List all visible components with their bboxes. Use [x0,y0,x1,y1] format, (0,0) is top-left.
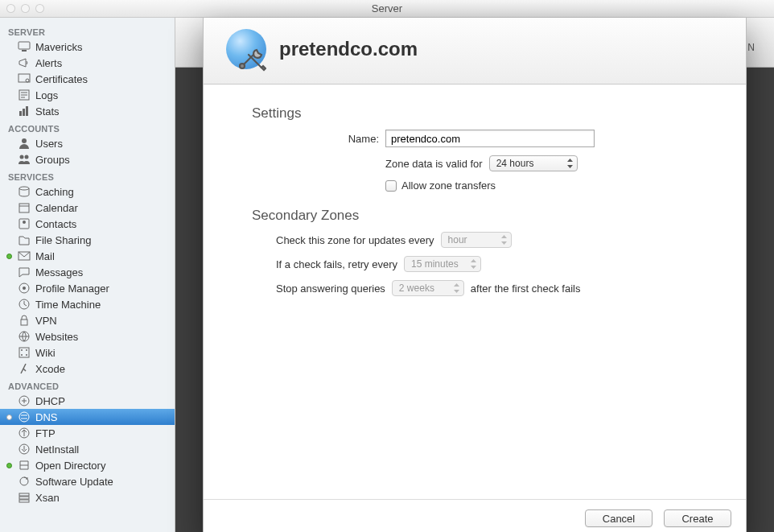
sidebar-item-xsan[interactable]: Xsan [0,489,175,505]
sidebar-item-messages[interactable]: Messages [0,264,175,280]
sidebar-item-logs[interactable]: Logs [0,87,175,103]
group-icon [18,153,31,166]
sidebar-item-label: Xcode [35,363,65,375]
sidebar-item-software-update[interactable]: Software Update [0,473,175,489]
zone-valid-value: 24 hours [496,158,534,169]
svg-rect-9 [23,109,25,116]
sidebar-item-dns[interactable]: DNS [0,409,175,425]
check-updates-label: Check this zone for updates every [276,234,434,246]
zone-create-sheet: pretendco.com Settings Name: Zone data i… [203,18,747,532]
logs-icon [18,89,31,101]
profilemanager-icon [18,282,31,295]
opendirectory-icon [18,459,31,472]
svg-rect-0 [19,42,30,49]
updown-arrows-icon [471,259,476,269]
name-label: Name: [252,133,379,145]
sidebar: SERVER MavericksAlertsCertificatesLogsSt… [0,18,175,532]
sidebar-item-time-machine[interactable]: Time Machine [0,296,175,312]
sidebar-item-calendar[interactable]: Calendar [0,200,175,216]
megaphone-icon [18,56,31,69]
sidebar-item-alerts[interactable]: Alerts [0,55,175,71]
stop-value: 2 weeks [399,282,434,294]
updown-arrows-icon [454,283,459,293]
retry-select[interactable]: 15 minutes [404,256,481,272]
svg-rect-35 [19,493,29,496]
sidebar-item-groups[interactable]: Groups [0,151,175,167]
zone-valid-select[interactable]: 24 hours [489,155,578,171]
sidebar-section-accounts: ACCOUNTS [0,119,175,135]
svg-point-12 [20,155,24,159]
create-button[interactable]: Create [664,509,731,527]
sheet-title: pretendco.com [279,38,418,60]
sidebar-item-label: Open Directory [35,460,105,472]
sidebar-item-contacts[interactable]: Contacts [0,216,175,232]
softwareupdate-icon [18,475,31,488]
sidebar-item-ftp[interactable]: FTP [0,425,175,441]
sidebar-item-label: Messages [35,266,83,278]
sidebar-item-label: Time Machine [35,299,101,311]
caching-icon [18,185,31,198]
stats-icon [18,105,31,118]
updown-arrows-icon [567,159,573,168]
close-window-button[interactable] [6,4,15,13]
svg-rect-10 [26,106,28,116]
sidebar-item-label: Certificates [35,73,88,85]
sidebar-item-dhcp[interactable]: DHCP [0,393,175,409]
check-updates-value: hour [448,234,467,245]
sidebar-item-label: Mavericks [35,41,83,53]
certificate-icon [18,72,31,85]
sidebar-item-profile-manager[interactable]: Profile Manager [0,280,175,296]
name-input[interactable] [385,130,595,147]
svg-point-3 [26,79,29,82]
sidebar-item-label: Xsan [35,492,60,504]
svg-rect-25 [19,348,29,357]
xsan-icon [18,491,31,504]
sidebar-item-websites[interactable]: Websites [0,328,175,344]
server-window: Server SERVER MavericksAlertsCertificate… [0,0,774,532]
sidebar-item-mavericks[interactable]: Mavericks [0,39,175,55]
svg-point-31 [19,412,29,422]
sidebar-item-label: DNS [35,411,57,423]
sidebar-item-label: Users [35,138,63,150]
svg-point-21 [23,287,26,290]
stop-select[interactable]: 2 weeks [392,280,464,296]
sidebar-item-file-sharing[interactable]: File Sharing [0,232,175,248]
sidebar-item-vpn[interactable]: VPN [0,312,175,328]
allow-zone-checkbox[interactable]: Allow zone transfers [385,179,496,192]
sidebar-item-label: Websites [35,331,78,343]
minimize-window-button[interactable] [21,4,30,13]
stop-queries-row: Stop answering queries 2 weeks after the… [252,280,723,296]
status-dot [6,414,12,420]
sidebar-item-users[interactable]: Users [0,135,175,151]
cancel-button[interactable]: Cancel [585,509,653,527]
svg-point-26 [21,349,23,351]
svg-point-14 [19,187,29,190]
sidebar-item-certificates[interactable]: Certificates [0,71,175,87]
allow-zone-label: Allow zone transfers [401,179,496,192]
sidebar-item-open-directory[interactable]: Open Directory [0,457,175,473]
sidebar-item-stats[interactable]: Stats [0,103,175,119]
sidebar-item-mail[interactable]: Mail [0,248,175,264]
sidebar-item-xcode[interactable]: Xcode [0,361,175,377]
titlebar: Server [0,0,774,18]
svg-point-18 [23,221,26,224]
svg-point-28 [21,354,23,356]
zone-valid-row: Zone data is valid for 24 hours [252,155,723,171]
sidebar-item-label: Groups [35,154,70,166]
checkbox-box [385,180,397,192]
check-updates-row: Check this zone for updates every hour [252,232,723,248]
calendar-icon [18,201,31,214]
sidebar-item-netinstall[interactable]: NetInstall [0,441,175,457]
check-updates-select[interactable]: hour [441,232,512,248]
sheet-body: Settings Name: Zone data is valid for 24… [204,85,746,499]
sidebar-item-wiki[interactable]: Wiki [0,344,175,361]
user-icon [18,137,31,150]
svg-rect-2 [19,74,30,82]
sidebar-item-label: File Sharing [35,234,91,246]
retry-label: If a check fails, retry every [276,258,397,270]
status-dot [6,254,12,259]
sheet-footer: Cancel Create [204,499,746,532]
sidebar-item-caching[interactable]: Caching [0,184,175,200]
updown-arrows-icon [501,235,507,245]
zoom-window-button[interactable] [35,4,44,13]
